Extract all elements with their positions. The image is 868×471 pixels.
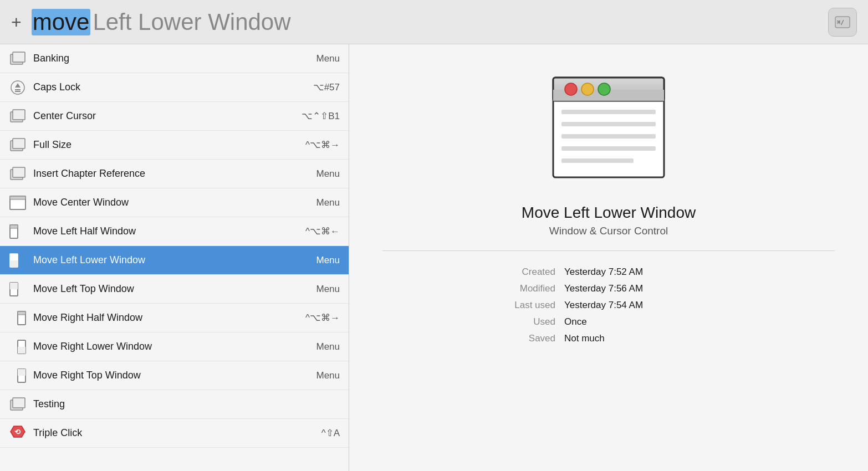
item-icon-insert-chapter (9, 165, 27, 183)
item-shortcut: Menu (316, 255, 340, 266)
meta-value-used: Once (564, 316, 719, 327)
list-item[interactable]: Full Size ^⌥⌘→ (0, 131, 349, 160)
item-name: Triple Click (33, 427, 317, 439)
svg-rect-21 (10, 283, 18, 289)
svg-rect-40 (561, 134, 656, 139)
meta-label-saved: Saved (498, 333, 564, 344)
item-icon-move-right-lower-window (9, 338, 27, 356)
list-item[interactable]: Move Center Window Menu (0, 188, 349, 217)
list-item[interactable]: Move Left Top Window Menu (0, 275, 349, 304)
item-icon-center-cursor (9, 107, 27, 125)
svg-rect-13 (13, 167, 25, 177)
item-name: Caps Lock (33, 81, 309, 93)
svg-rect-19 (10, 260, 18, 267)
list-item[interactable]: Move Right Top Window Menu (0, 361, 349, 390)
item-name: Move Left Top Window (33, 283, 312, 295)
list-item-selected[interactable]: Move Left Lower Window Menu (0, 246, 349, 275)
svg-rect-3 (13, 52, 25, 62)
item-shortcut: Menu (316, 197, 340, 208)
list-item[interactable]: Move Right Half Window ^⌥⌘→ (0, 304, 349, 332)
svg-point-37 (598, 83, 610, 95)
meta-label-used: Used (498, 316, 564, 327)
svg-text:⟲: ⟲ (14, 428, 21, 436)
item-shortcut: Menu (316, 341, 340, 352)
item-icon-move-right-half-window (9, 309, 27, 327)
item-icon-move-right-top-window (9, 367, 27, 385)
svg-point-36 (581, 83, 594, 95)
item-name: Move Right Half Window (33, 312, 301, 324)
list-item[interactable]: Move Left Half Window ^⌥⌘← (0, 217, 349, 246)
item-icon-testing (9, 396, 27, 413)
item-icon-triple-click: ⟲ (9, 424, 27, 442)
meta-value-last-used: Yesterday 7:54 AM (564, 300, 719, 311)
add-button[interactable]: + (11, 13, 22, 31)
svg-rect-29 (13, 398, 25, 408)
list-item[interactable]: Insert Chapter Reference Menu (0, 160, 349, 188)
svg-rect-41 (561, 146, 656, 151)
item-name: Move Left Half Window (33, 226, 301, 237)
detail-divider (382, 250, 835, 251)
item-shortcut: ⌥⌃⇧B1 (302, 110, 340, 122)
svg-rect-42 (561, 158, 634, 163)
item-name: Center Cursor (33, 110, 297, 122)
meta-value-saved: Not much (564, 333, 719, 344)
item-name: Move Left Lower Window (33, 254, 312, 266)
detail-meta: Created Yesterday 7:52 AM Modified Yeste… (498, 267, 719, 344)
svg-rect-17 (10, 225, 18, 228)
list-panel: Banking Menu Caps Lock ⌥#57 (0, 44, 349, 471)
list-item[interactable]: ⟲ Triple Click ^⇧A (0, 419, 349, 448)
svg-rect-25 (18, 347, 25, 354)
svg-rect-38 (561, 110, 656, 114)
item-icon-caps-lock (9, 79, 27, 96)
meta-label-modified: Modified (498, 283, 564, 294)
svg-rect-11 (13, 139, 25, 149)
item-name: Insert Chapter Reference (33, 168, 312, 180)
svg-rect-9 (13, 110, 25, 120)
item-icon-move-center-window (9, 194, 27, 212)
item-shortcut: ^⇧A (321, 427, 340, 439)
svg-rect-39 (561, 122, 656, 126)
search-highlight: move (32, 9, 91, 35)
window-preview (542, 66, 675, 188)
search-bar: move Left Lower Window (32, 9, 857, 35)
list-item[interactable]: Caps Lock ⌥#57 (0, 73, 349, 102)
detail-subtitle: Window & Cursor Control (549, 225, 668, 237)
item-name: Testing (33, 398, 335, 410)
item-shortcut: Menu (316, 53, 340, 64)
list-item[interactable]: Testing (0, 390, 349, 419)
item-icon-move-left-top-window (9, 280, 27, 298)
main-content: Banking Menu Caps Lock ⌥#57 (0, 44, 868, 471)
list-item[interactable]: Move Right Lower Window Menu (0, 332, 349, 361)
item-name: Move Center Window (33, 197, 312, 208)
item-shortcut: Menu (316, 370, 340, 381)
svg-rect-23 (18, 311, 25, 315)
item-icon-move-left-lower-window (9, 252, 27, 269)
item-icon-full-size (9, 136, 27, 154)
meta-value-created: Yesterday 7:52 AM (564, 267, 719, 278)
list-item[interactable]: Center Cursor ⌥⌃⇧B1 (0, 102, 349, 131)
svg-text:⌘/: ⌘/ (837, 19, 844, 26)
svg-point-35 (565, 83, 577, 95)
item-shortcut: Menu (316, 284, 340, 295)
item-icon-banking (9, 50, 27, 68)
item-name: Banking (33, 53, 312, 64)
item-name: Full Size (33, 139, 301, 151)
search-rest: Left Lower Window (93, 9, 290, 35)
keyboard-script-button[interactable]: ⌘/ (828, 8, 857, 37)
meta-value-modified: Yesterday 7:56 AM (564, 283, 719, 294)
item-shortcut: ⌥#57 (313, 81, 340, 93)
svg-marker-5 (15, 83, 21, 88)
keyboard-icon: ⌘/ (834, 16, 851, 29)
svg-rect-27 (18, 369, 25, 376)
detail-panel: Move Left Lower Window Window & Cursor C… (349, 44, 868, 471)
app-container: + move Left Lower Window ⌘/ (0, 0, 868, 471)
item-name: Move Right Top Window (33, 370, 312, 381)
item-shortcut: ^⌥⌘→ (305, 139, 340, 151)
item-shortcut: ^⌥⌘→ (305, 312, 340, 324)
item-shortcut: ^⌥⌘← (305, 226, 340, 237)
item-name: Move Right Lower Window (33, 341, 312, 352)
meta-label-created: Created (498, 267, 564, 278)
item-icon-move-left-half-window (9, 223, 27, 240)
svg-rect-15 (10, 196, 25, 199)
list-item[interactable]: Banking Menu (0, 44, 349, 73)
